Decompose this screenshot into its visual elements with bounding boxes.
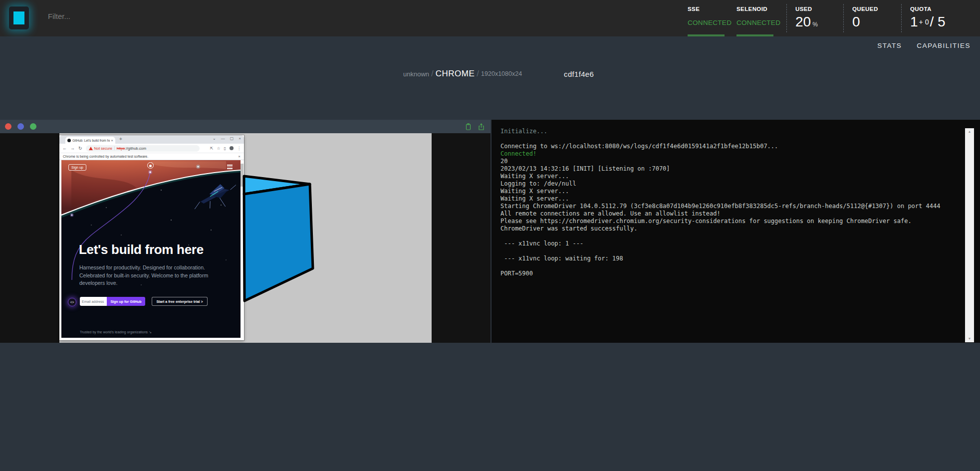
separator-slash: / bbox=[431, 69, 434, 79]
remote-scrollbar-thumb[interactable] bbox=[241, 164, 244, 187]
window-minimize-icon[interactable]: — bbox=[221, 136, 225, 141]
log-line: Waiting X server... bbox=[500, 195, 956, 203]
github-page[interactable]: Sign up Let's build from here Harnessed … bbox=[61, 160, 241, 338]
code-bracket-icon: <> bbox=[68, 298, 76, 306]
chrome-tab-strip: GitHub: Let's build from he... × + ⌄ — ▢… bbox=[59, 135, 244, 144]
log-line: Waiting X server... bbox=[500, 173, 956, 180]
session-resolution: 1920x1080x24 bbox=[481, 70, 522, 77]
automation-infobar: Chrome is being controlled by automated … bbox=[59, 153, 244, 160]
log-line: ChromeDriver was started successfully. bbox=[500, 225, 956, 233]
url-scheme: https bbox=[117, 146, 125, 151]
window-menu-icon[interactable]: ⌄ bbox=[213, 136, 216, 141]
log-scrollbar[interactable]: ▲ ▼ bbox=[965, 128, 974, 342]
filter-field bbox=[48, 12, 188, 21]
log-line bbox=[500, 247, 956, 255]
log-line: 20 bbox=[500, 158, 956, 165]
remote-chrome-window[interactable]: GitHub: Let's build from he... × + ⌄ — ▢… bbox=[59, 135, 244, 340]
share-icon[interactable]: ⇱ bbox=[210, 146, 214, 151]
share-upload-icon[interactable] bbox=[478, 123, 485, 130]
gh-signup-button[interactable]: Sign up for GitHub bbox=[107, 297, 145, 306]
gh-signup-top-button[interactable]: Sign up bbox=[68, 164, 86, 171]
session-row[interactable]: unknown / CHROME / 1920x1080x24 cdf1f4e6 bbox=[403, 66, 594, 81]
sse-status-value: CONNECTED bbox=[688, 19, 733, 26]
selenoid-ui-logo[interactable] bbox=[9, 6, 29, 29]
clipboard-icon[interactable] bbox=[465, 123, 472, 130]
log-line: Waiting X server... bbox=[500, 188, 956, 195]
log-line bbox=[500, 135, 956, 143]
bookmark-star-icon[interactable]: ☆ bbox=[217, 146, 220, 151]
log-line: PORT=5900 bbox=[500, 270, 956, 277]
log-line: Starting ChromeDriver 104.0.5112.79 (3cf… bbox=[500, 203, 956, 210]
selenoid-status-value: CONNECTED bbox=[736, 19, 777, 26]
used-value: 20% bbox=[795, 14, 834, 30]
top-bar: SSE CONNECTED SELENOID CONNECTED USED 20… bbox=[0, 0, 980, 36]
log-line: Logging to: /dev/null bbox=[500, 180, 956, 188]
queued-block: QUEUED 0 bbox=[843, 0, 892, 36]
close-window-dot[interactable] bbox=[5, 123, 11, 130]
browser-tab[interactable]: GitHub: Let's build from he... × bbox=[65, 137, 115, 144]
log-line: --- x11vnc loop: 1 --- bbox=[500, 240, 956, 247]
queued-value: 0 bbox=[852, 14, 892, 30]
selenoid-ui-root: { "colors": { "accent_green": "#43a047",… bbox=[0, 0, 980, 471]
vnc-window-header bbox=[0, 120, 490, 133]
used-block: USED 20% bbox=[786, 0, 834, 36]
blue-cube-graphic bbox=[237, 172, 319, 306]
github-logo-icon[interactable] bbox=[147, 162, 154, 169]
not-secure-text: Not secure bbox=[94, 146, 112, 151]
back-icon[interactable]: ← bbox=[62, 146, 67, 151]
used-suffix: % bbox=[812, 21, 818, 28]
hamburger-menu-icon[interactable] bbox=[227, 165, 233, 170]
gh-enterprise-trial-button[interactable]: Start a free enterprise trial > bbox=[152, 297, 208, 306]
log-line: Connected! bbox=[500, 150, 956, 158]
url-host: ://github.com bbox=[125, 146, 146, 151]
profile-avatar-icon[interactable] bbox=[230, 146, 234, 150]
nav-tabs: STATS CAPABILITIES bbox=[877, 36, 971, 54]
scroll-up-arrow-icon[interactable]: ▲ bbox=[965, 129, 974, 134]
filter-input[interactable] bbox=[48, 12, 188, 20]
fullscreen-window-dot[interactable] bbox=[30, 123, 36, 130]
side-panel-icon[interactable]: ▯ bbox=[224, 146, 226, 151]
not-secure-warning-icon bbox=[89, 147, 93, 150]
chrome-toolbar: ← → ↻ Not secure https ://github.com ⇱ ☆… bbox=[59, 144, 244, 153]
tab-stats[interactable]: STATS bbox=[877, 42, 902, 49]
selenoid-label: SELENOID bbox=[736, 6, 777, 12]
tab-close-icon[interactable]: × bbox=[111, 138, 113, 143]
used-label: USED bbox=[795, 6, 834, 12]
quota-label: QUOTA bbox=[910, 6, 962, 12]
session-id-link[interactable]: cdf1f4e6 bbox=[564, 70, 594, 78]
address-bar[interactable]: Not secure https ://github.com bbox=[86, 145, 200, 152]
sse-connected-underline bbox=[688, 34, 725, 36]
log-line: Connecting to ws://localhost:8080/ws/log… bbox=[500, 143, 956, 150]
logo-square-icon bbox=[13, 11, 24, 24]
separator-slash: / bbox=[477, 69, 479, 79]
window-close-icon[interactable]: × bbox=[239, 136, 241, 141]
chrome-menu-icon[interactable]: ⋮ bbox=[237, 146, 241, 151]
tab-capabilities[interactable]: CAPABILITIES bbox=[917, 42, 971, 49]
log-line bbox=[500, 233, 956, 240]
gh-hero-subtext: Harnessed for productivity. Designed for… bbox=[79, 264, 208, 287]
log-line: 2023/02/13 14:32:16 [INIT] [Listening on… bbox=[500, 165, 956, 173]
infobar-close-icon[interactable]: × bbox=[238, 154, 241, 159]
gh-email-input[interactable] bbox=[80, 297, 107, 306]
log-line: Please see https://chromedriver.chromium… bbox=[500, 218, 956, 225]
infobar-text: Chrome is being controlled by automated … bbox=[63, 155, 148, 158]
gh-trusted-text: Trusted by the world's leading organizat… bbox=[80, 330, 152, 334]
minimize-window-dot[interactable] bbox=[17, 123, 24, 130]
tab-title: GitHub: Let's build from he... bbox=[72, 139, 110, 142]
quota-value: 1+ 0/ 5 bbox=[910, 14, 962, 30]
log-line: All remote connections are allowed. Use … bbox=[500, 210, 956, 218]
github-favicon-icon bbox=[67, 139, 71, 142]
scroll-down-arrow-icon[interactable]: ▼ bbox=[965, 336, 974, 341]
quota-block: QUOTA 1+ 0/ 5 bbox=[901, 0, 962, 36]
vnc-remote-screen[interactable]: GitHub: Let's build from he... × + ⌄ — ▢… bbox=[59, 133, 432, 343]
log-line: --- x11vnc loop: waiting for: 198 bbox=[500, 255, 956, 262]
log-lines: Initialize... Connecting to ws://localho… bbox=[500, 128, 956, 277]
forward-icon[interactable]: → bbox=[70, 146, 75, 151]
new-tab-button[interactable]: + bbox=[119, 136, 122, 142]
window-maximize-icon[interactable]: ▢ bbox=[230, 136, 234, 141]
reload-icon[interactable]: ↻ bbox=[78, 146, 82, 151]
remote-page-scrollbar[interactable] bbox=[241, 162, 244, 338]
log-line: Initialize... bbox=[500, 128, 956, 135]
session-user: unknown bbox=[403, 70, 429, 78]
url-divider bbox=[114, 146, 115, 150]
